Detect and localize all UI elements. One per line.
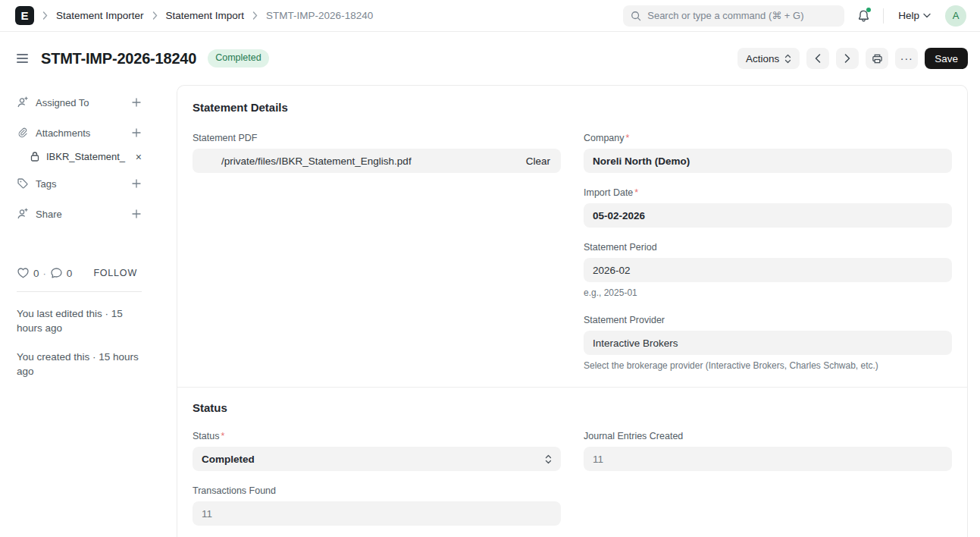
statement-period-input[interactable]: 2026-02 bbox=[584, 258, 952, 282]
search-icon bbox=[631, 11, 641, 21]
field-transactions-found: Transactions Found 11 bbox=[193, 485, 561, 526]
attachments-label: Attachments bbox=[36, 127, 131, 139]
company-input[interactable]: Noreli North (Demo) bbox=[584, 149, 952, 173]
comments-count[interactable]: 0 bbox=[67, 268, 73, 279]
statement-provider-input[interactable]: Interactive Brokers bbox=[584, 331, 952, 355]
share-user-icon bbox=[17, 208, 29, 220]
up-down-chevrons-icon bbox=[784, 54, 791, 64]
dot-separator: · bbox=[43, 268, 46, 279]
navbar: E Statement Importer Statement Import ST… bbox=[0, 0, 980, 32]
next-document-button[interactable] bbox=[836, 48, 859, 69]
help-menu[interactable]: Help bbox=[894, 9, 935, 22]
statement-period-label: Statement Period bbox=[584, 242, 952, 253]
field-statement-period: Statement Period 2026-02 e.g., 2025-01 bbox=[584, 242, 952, 298]
user-plus-icon bbox=[17, 96, 29, 108]
import-date-input[interactable]: 05-02-2026 bbox=[584, 203, 952, 228]
required-asterisk: * bbox=[634, 187, 638, 198]
likes-count[interactable]: 0 bbox=[33, 268, 39, 279]
print-button[interactable] bbox=[866, 48, 888, 69]
previous-document-button[interactable] bbox=[806, 48, 829, 69]
breadcrumb-item-module[interactable]: Statement Importer bbox=[56, 10, 144, 21]
add-assignment-button[interactable] bbox=[131, 97, 142, 108]
lock-icon bbox=[30, 151, 40, 162]
statement-pdf-control: /private/files/IBKR_Statement_English.pd… bbox=[193, 149, 561, 173]
sidebar-item-tags[interactable]: Tags bbox=[17, 177, 142, 190]
form-card: Statement Details Statement PDF /private… bbox=[177, 85, 968, 537]
required-asterisk: * bbox=[221, 431, 224, 441]
tags-label: Tags bbox=[36, 178, 131, 190]
last-edited-text[interactable]: You last edited this · 15 hours ago bbox=[17, 306, 142, 335]
plus-icon bbox=[131, 209, 142, 219]
user-avatar[interactable]: A bbox=[945, 5, 966, 27]
breadcrumb-item-doctype[interactable]: Statement Import bbox=[166, 10, 245, 21]
chevron-down-icon bbox=[923, 13, 931, 18]
field-statement-provider: Statement Provider Interactive Brokers S… bbox=[584, 315, 952, 371]
add-attachment-button[interactable] bbox=[131, 127, 142, 138]
page-body: Assigned To Attachments IBKR_Statement_ … bbox=[0, 85, 980, 537]
statement-provider-label: Statement Provider bbox=[584, 315, 952, 325]
comments-button[interactable] bbox=[50, 267, 63, 279]
heart-icon bbox=[17, 267, 30, 279]
clear-attachment-button[interactable]: Clear bbox=[524, 155, 552, 167]
plus-icon bbox=[131, 97, 142, 108]
sidebar-item-share[interactable]: Share bbox=[17, 208, 142, 220]
chevron-right-icon bbox=[152, 11, 158, 20]
chevron-right-icon bbox=[42, 11, 48, 20]
sidebar-divider bbox=[17, 291, 142, 292]
notifications-button[interactable] bbox=[854, 6, 873, 26]
printer-icon bbox=[872, 53, 883, 64]
breadcrumb-item-current[interactable]: STMT-IMP-2026-18240 bbox=[266, 10, 373, 21]
status-label: Status* bbox=[193, 431, 561, 441]
chevron-right-icon bbox=[844, 54, 850, 63]
sidebar-toggle-icon[interactable] bbox=[15, 51, 30, 66]
actions-label: Actions bbox=[746, 53, 779, 64]
page-header-left: STMT-IMP-2026-18240 Completed bbox=[15, 49, 269, 68]
field-journal-entries-created: Journal Entries Created 11 bbox=[584, 431, 952, 471]
follow-button[interactable]: FOLLOW bbox=[89, 267, 142, 279]
column-right: Journal Entries Created 11 bbox=[584, 431, 952, 485]
created-text[interactable]: You created this · 15 hours ago bbox=[17, 350, 142, 378]
sidebar-item-assigned-to[interactable]: Assigned To bbox=[17, 96, 142, 108]
actions-button[interactable]: Actions bbox=[737, 48, 800, 69]
add-tag-button[interactable] bbox=[131, 178, 142, 189]
journal-entries-value: 11 bbox=[584, 447, 952, 471]
sidebar-item-attachments[interactable]: Attachments bbox=[17, 127, 142, 139]
page-header-actions: Actions ··· Save bbox=[737, 48, 968, 69]
section-title: Status bbox=[193, 401, 952, 414]
navbar-left: E Statement Importer Statement Import ST… bbox=[15, 6, 373, 25]
statement-period-hint: e.g., 2025-01 bbox=[584, 287, 952, 298]
paperclip-icon bbox=[17, 127, 29, 139]
statement-provider-hint: Select the brokerage provider (Interacti… bbox=[584, 360, 952, 371]
navbar-divider bbox=[883, 8, 884, 24]
app-logo-icon[interactable]: E bbox=[15, 6, 34, 25]
save-button[interactable]: Save bbox=[925, 48, 968, 69]
import-date-label: Import Date* bbox=[584, 187, 952, 198]
breadcrumb: Statement Importer Statement Import STMT… bbox=[42, 10, 373, 21]
plus-icon bbox=[131, 178, 142, 189]
like-button[interactable] bbox=[17, 267, 30, 279]
status-label-text: Status bbox=[193, 431, 219, 441]
transactions-found-label: Transactions Found bbox=[193, 485, 561, 496]
assigned-to-label: Assigned To bbox=[36, 97, 131, 108]
remove-attachment-button[interactable]: × bbox=[133, 152, 142, 162]
attachment-row: IBKR_Statement_ × bbox=[30, 151, 142, 162]
attached-file-link[interactable]: /private/files/IBKR_Statement_English.pd… bbox=[202, 155, 412, 167]
field-status: Status* Completed bbox=[193, 431, 561, 471]
column-left: Statement PDF /private/files/IBKR_Statem… bbox=[193, 133, 561, 187]
menu-button[interactable]: ··· bbox=[895, 48, 918, 69]
comment-icon bbox=[50, 267, 63, 279]
global-search[interactable] bbox=[623, 5, 844, 27]
chevron-left-icon bbox=[815, 54, 821, 63]
search-input[interactable] bbox=[647, 10, 837, 21]
plus-icon bbox=[131, 127, 142, 138]
share-button[interactable] bbox=[131, 209, 142, 219]
company-label-text: Company bbox=[584, 133, 625, 143]
status-badge: Completed bbox=[208, 49, 268, 68]
section-statement-details: Statement Details Statement PDF /private… bbox=[177, 86, 967, 387]
status-selected-value: Completed bbox=[202, 454, 255, 465]
column-left: Status* Completed Transactions Found 11 bbox=[193, 431, 561, 537]
attachment-file-link[interactable]: IBKR_Statement_ bbox=[46, 151, 133, 162]
page-title: STMT-IMP-2026-18240 bbox=[41, 50, 196, 68]
status-select[interactable]: Completed bbox=[193, 447, 561, 471]
share-label: Share bbox=[36, 209, 131, 220]
